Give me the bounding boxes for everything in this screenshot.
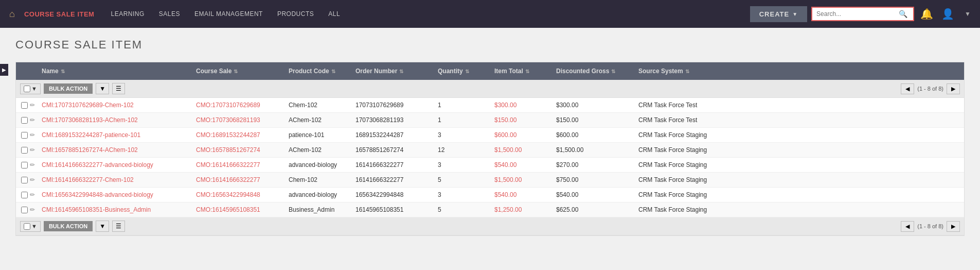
sort-item-total-icon[interactable]: ⇅ bbox=[525, 69, 529, 74]
th-course-sale[interactable]: Course Sale ⇅ bbox=[191, 68, 283, 75]
edit-icon[interactable]: ✏ bbox=[30, 116, 35, 124]
bottom-select-all-checkbox[interactable] bbox=[24, 223, 30, 230]
cell-item-total: $150.00 bbox=[489, 116, 551, 124]
row-checkbox[interactable] bbox=[21, 207, 28, 213]
cell-discounted-gross: $150.00 bbox=[551, 116, 633, 124]
edit-icon[interactable]: ✏ bbox=[30, 131, 35, 139]
row-checkbox[interactable] bbox=[21, 132, 28, 139]
name-link[interactable]: CMI:16141666322277-Chem-102 bbox=[42, 176, 134, 183]
select-all-arrow[interactable]: ▼ bbox=[31, 86, 37, 92]
course-sale-link[interactable]: CMO:16145965108351 bbox=[196, 206, 260, 213]
bottom-select-all-arrow[interactable]: ▼ bbox=[31, 223, 37, 229]
item-total-link[interactable]: $1,500.00 bbox=[494, 176, 522, 183]
name-link[interactable]: CMI:16145965108351-Business_Admin bbox=[42, 206, 151, 213]
nav-brand[interactable]: COURSE SALE ITEM bbox=[24, 10, 95, 18]
cell-course-sale: CMO:17073068281193 bbox=[191, 116, 283, 124]
item-total-link[interactable]: $540.00 bbox=[494, 191, 516, 198]
course-sale-link[interactable]: CMO:16141666322277 bbox=[196, 176, 260, 183]
nav-link-email-management[interactable]: EMAIL MANAGEMENT bbox=[188, 7, 269, 21]
course-sale-link[interactable]: CMO:16891532244287 bbox=[196, 131, 260, 139]
course-sale-link[interactable]: CMO:16141666322277 bbox=[196, 161, 260, 168]
search-icon[interactable]: 🔍 bbox=[899, 10, 907, 18]
name-link[interactable]: CMI:16563422994848-advanced-biology bbox=[42, 191, 153, 198]
create-button[interactable]: CREATE ▼ bbox=[750, 6, 807, 22]
item-total-link[interactable]: $150.00 bbox=[494, 116, 516, 124]
item-total-link[interactable]: $1,250.00 bbox=[494, 206, 522, 213]
edit-icon[interactable]: ✏ bbox=[30, 146, 35, 154]
th-item-total[interactable]: Item Total ⇅ bbox=[489, 68, 551, 75]
item-total-link[interactable]: $600.00 bbox=[494, 131, 516, 139]
edit-icon[interactable]: ✏ bbox=[30, 176, 35, 183]
notification-icon[interactable]: 🔔 bbox=[918, 6, 935, 22]
filter-button[interactable]: ▼ bbox=[96, 83, 109, 94]
th-quantity[interactable]: Quantity ⇅ bbox=[433, 68, 489, 75]
course-sale-link[interactable]: CMO:16578851267274 bbox=[196, 146, 260, 154]
sort-quantity-icon[interactable]: ⇅ bbox=[465, 69, 469, 74]
bottom-filter-button[interactable]: ▼ bbox=[96, 221, 109, 232]
name-link[interactable]: CMI:16891532244287-patience-101 bbox=[42, 131, 140, 139]
row-checkbox[interactable] bbox=[21, 102, 28, 109]
toolbar-right: ◀ (1 - 8 of 8) ▶ bbox=[901, 83, 960, 94]
row-checkbox[interactable] bbox=[21, 117, 28, 124]
nav-link-products[interactable]: PRODUCTS bbox=[271, 7, 320, 21]
bottom-bulk-action-button[interactable]: BULK ACTION bbox=[44, 221, 93, 231]
search-box: 🔍 bbox=[811, 7, 914, 21]
user-avatar-icon[interactable]: 👤 bbox=[939, 6, 956, 22]
name-link[interactable]: CMI:16141666322277-advanced-biology bbox=[42, 161, 153, 168]
edit-icon[interactable]: ✏ bbox=[30, 206, 35, 213]
nav-right: CREATE ▼ 🔍 🔔 👤 ▼ bbox=[750, 6, 975, 22]
user-name-display[interactable]: ▼ bbox=[960, 8, 975, 20]
nav-link-sales[interactable]: SALES bbox=[153, 7, 186, 21]
edit-icon[interactable]: ✏ bbox=[30, 161, 35, 168]
course-sale-link[interactable]: CMO:17073068281193 bbox=[196, 116, 260, 124]
item-total-link[interactable]: $1,500.00 bbox=[494, 146, 522, 154]
course-sale-link[interactable]: CMO:16563422994848 bbox=[196, 191, 260, 198]
th-source-system[interactable]: Source System ⇅ bbox=[633, 68, 964, 75]
bottom-select-all-dropdown[interactable]: ▼ bbox=[20, 221, 41, 232]
cell-name: CMI:16563422994848-advanced-biology bbox=[37, 191, 191, 198]
edit-icon[interactable]: ✏ bbox=[30, 102, 35, 109]
th-product-code[interactable]: Product Code ⇅ bbox=[283, 68, 350, 75]
select-all-checkbox[interactable] bbox=[24, 86, 30, 92]
course-sale-link[interactable]: CMO:17073107629689 bbox=[196, 102, 260, 109]
sort-source-system-icon[interactable]: ⇅ bbox=[685, 69, 689, 74]
bulk-action-button[interactable]: BULK ACTION bbox=[44, 83, 93, 94]
item-total-link[interactable]: $540.00 bbox=[494, 161, 516, 168]
name-link[interactable]: CMI:16578851267274-AChem-102 bbox=[42, 146, 138, 154]
row-checkbox[interactable] bbox=[21, 147, 28, 154]
bottom-prev-page-button[interactable]: ◀ bbox=[901, 221, 914, 232]
row-checkbox[interactable] bbox=[21, 162, 28, 168]
row-checkbox[interactable] bbox=[21, 192, 28, 198]
name-link[interactable]: CMI:17073107629689-Chem-102 bbox=[42, 102, 134, 109]
prev-page-button[interactable]: ◀ bbox=[901, 83, 914, 94]
sort-product-code-icon[interactable]: ⇅ bbox=[331, 69, 335, 74]
row-check-cell: ✏ bbox=[16, 176, 37, 183]
top-toolbar: ▼ BULK ACTION ▼ ☰ ◀ (1 - 8 of 8) ▶ bbox=[16, 80, 964, 98]
home-icon[interactable]: ⌂ bbox=[5, 9, 19, 20]
cell-course-sale: CMO:16145965108351 bbox=[191, 206, 283, 213]
bottom-toolbar-left: ▼ BULK ACTION ▼ ☰ bbox=[20, 221, 125, 232]
edit-icon[interactable]: ✏ bbox=[30, 191, 35, 198]
cell-source-system: CRM Task Force Staging bbox=[633, 131, 964, 139]
nav-link-all[interactable]: ALL bbox=[322, 7, 346, 21]
th-order-number[interactable]: Order Number ⇅ bbox=[350, 68, 433, 75]
bottom-next-page-button[interactable]: ▶ bbox=[947, 221, 960, 232]
bottom-list-view-button[interactable]: ☰ bbox=[112, 221, 125, 232]
next-page-button[interactable]: ▶ bbox=[947, 83, 960, 94]
cell-name: CMI:16578851267274-AChem-102 bbox=[37, 146, 191, 154]
sort-name-icon[interactable]: ⇅ bbox=[61, 69, 65, 74]
sort-course-sale-icon[interactable]: ⇅ bbox=[234, 69, 238, 74]
row-checkbox[interactable] bbox=[21, 177, 28, 183]
sidebar-toggle[interactable]: ▶ bbox=[0, 64, 8, 76]
th-discounted-gross[interactable]: Discounted Gross ⇅ bbox=[551, 68, 633, 75]
th-name[interactable]: Name ⇅ bbox=[37, 68, 191, 75]
search-input[interactable] bbox=[816, 10, 899, 18]
name-link[interactable]: CMI:17073068281193-AChem-102 bbox=[42, 116, 138, 124]
select-all-dropdown[interactable]: ▼ bbox=[20, 83, 41, 94]
sort-order-number-icon[interactable]: ⇅ bbox=[399, 69, 403, 74]
nav-link-learning[interactable]: LEARNING bbox=[104, 7, 150, 21]
cell-source-system: CRM Task Force Staging bbox=[633, 176, 964, 183]
item-total-link[interactable]: $300.00 bbox=[494, 102, 516, 109]
list-view-button[interactable]: ☰ bbox=[112, 83, 125, 94]
sort-discounted-gross-icon[interactable]: ⇅ bbox=[611, 69, 615, 74]
